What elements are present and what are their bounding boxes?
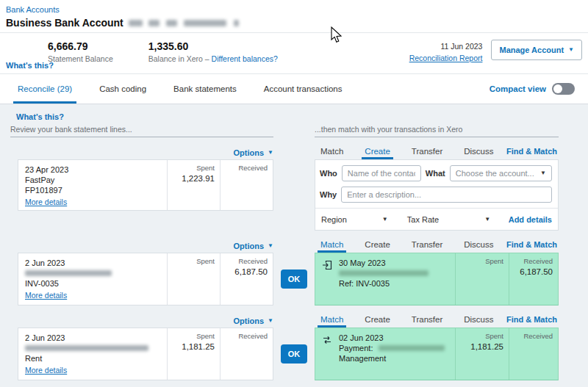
statement-balance: 6,666.79 Statement Balance (48, 40, 113, 63)
match-tab[interactable]: Match (320, 147, 344, 159)
statement-balance-label: Statement Balance (48, 54, 113, 63)
xero-balance-value: 1,335.60 (148, 40, 278, 52)
spent-value: 1,181.25 (173, 342, 215, 351)
spent-column: Spent 1,181.25 (455, 328, 509, 380)
xero-balance: 1,335.60 Balance in Xero – Different bal… (148, 40, 278, 63)
invoice-document-icon (321, 258, 333, 300)
statement-reference: Rent (25, 354, 161, 363)
options-dropdown[interactable]: Options▼ (234, 148, 273, 157)
compact-view-label: Compact view (490, 84, 546, 93)
why-label: Why (320, 190, 337, 199)
spent-column: Spent 1,181.25 (167, 328, 220, 380)
options-label: Options (234, 242, 265, 250)
match-date: 02 Jun 2023 (339, 333, 445, 342)
ok-reconcile-button[interactable]: OK (281, 344, 308, 364)
account-select-placeholder: Choose the account... (456, 169, 534, 178)
contact-name-input[interactable] (342, 165, 421, 181)
statement-balance-value: 6,666.79 (48, 40, 113, 52)
received-column: Received 6,187.50 (509, 253, 558, 305)
tab-account-transactions[interactable]: Account transactions (262, 74, 344, 104)
chevron-down-icon: ▼ (268, 150, 273, 156)
account-select[interactable]: Choose the account... ▼ (450, 165, 552, 181)
different-balances-link[interactable]: Different balances? (212, 54, 278, 63)
statement-payee: FastPay (25, 176, 161, 184)
find-and-match-link[interactable]: Find & Match (506, 315, 557, 324)
add-details-link[interactable]: Add details (509, 215, 552, 224)
received-value: 6,187.50 (226, 267, 268, 276)
spent-value: 1,181.25 (461, 342, 503, 351)
tab-cash-coding[interactable]: Cash coding (98, 74, 148, 104)
match-reference: Ref: INV-0035 (339, 279, 429, 288)
page-header: Bank Accounts Business Bank Account (0, 0, 588, 33)
match-tab[interactable]: Match (320, 315, 344, 328)
transfer-tab[interactable]: Transfer (411, 240, 443, 253)
more-details-link[interactable]: More details (25, 198, 67, 206)
spent-header: Spent (173, 332, 215, 340)
whats-this-link-panel[interactable]: What's this? (16, 112, 64, 121)
received-column: Received (509, 328, 558, 380)
received-header: Received (514, 332, 553, 340)
statement-payee-redacted (25, 269, 161, 278)
tab-reconcile[interactable]: Reconcile (29) (16, 74, 74, 104)
received-header: Received (514, 257, 553, 265)
reconciliation-report-link[interactable]: Reconciliation Report (409, 54, 483, 62)
find-and-match-link[interactable]: Find & Match (506, 240, 557, 249)
spent-header: Spent (173, 257, 215, 265)
chevron-down-icon: ▼ (268, 243, 273, 249)
xero-bank-reconcile-screen: Bank Accounts Business Bank Account 6,66… (0, 0, 588, 387)
spent-value: 1,223.91 (173, 174, 215, 183)
spent-column: Spent (455, 253, 509, 305)
chevron-down-icon: ▼ (268, 318, 273, 324)
transfer-tab[interactable]: Transfer (411, 147, 443, 159)
more-details-link[interactable]: More details (25, 366, 67, 375)
options-dropdown[interactable]: Options▼ (234, 242, 273, 250)
received-header: Received (226, 332, 268, 340)
matched-transaction-card[interactable]: 30 May 2023 Ref: INV-0035 Spent Received… (315, 253, 559, 305)
statement-line-card: 2 Jun 2023 Rent More details Spent 1,181… (18, 328, 273, 380)
compact-view-toggle[interactable] (552, 83, 575, 95)
match-date: 30 May 2023 (339, 258, 429, 267)
ok-reconcile-button[interactable]: OK (281, 270, 308, 289)
tax-rate-select[interactable]: Tax Rate ▼ (407, 215, 490, 224)
statement-date: 23 Apr 2023 (25, 165, 161, 174)
more-details-link[interactable]: More details (25, 291, 67, 300)
match-payee-redacted (339, 269, 429, 278)
description-input[interactable] (341, 187, 552, 203)
discuss-tab[interactable]: Discuss (463, 315, 494, 328)
breadcrumb-bank-accounts[interactable]: Bank Accounts (6, 5, 60, 14)
reconcile-row-fastpay: Options▼ Match Create Transfer Discuss F… (0, 147, 588, 231)
options-dropdown[interactable]: Options▼ (234, 317, 273, 325)
create-tab[interactable]: Create (364, 315, 391, 328)
received-value: 6,187.50 (514, 267, 553, 276)
received-column: Received (220, 328, 273, 380)
manage-account-label: Manage Account (499, 46, 564, 54)
create-tab[interactable]: Create (364, 240, 391, 253)
tab-bank-statements[interactable]: Bank statements (172, 74, 238, 104)
manage-account-button[interactable]: Manage Account ▼ (491, 40, 582, 60)
reconcile-row-rent: Options▼ Match Create Transfer Discuss F… (0, 315, 588, 380)
region-select[interactable]: Region ▼ (321, 215, 388, 224)
discuss-tab[interactable]: Discuss (463, 147, 494, 159)
statement-payee-redacted (25, 344, 161, 352)
statement-date: 2 Jun 2023 (25, 333, 161, 342)
xero-transactions-header: ...then match with your transactions in … (315, 125, 559, 137)
whats-this-link-header[interactable]: What's this? (6, 61, 54, 70)
find-and-match-link[interactable]: Find & Match (506, 147, 557, 156)
matched-transaction-card[interactable]: 02 Jun 2023 Payment: Management Spent 1,… (315, 328, 559, 380)
discuss-tab[interactable]: Discuss (463, 240, 494, 253)
region-label: Region (321, 215, 347, 224)
payment-prefix: Payment: (339, 344, 373, 352)
tax-rate-label: Tax Rate (407, 215, 439, 224)
chevron-down-icon: ▼ (540, 170, 546, 176)
create-tab[interactable]: Create (364, 147, 391, 159)
spent-header: Spent (461, 332, 503, 340)
transfer-tab[interactable]: Transfer (411, 315, 443, 328)
match-tab[interactable]: Match (320, 240, 344, 253)
toggle-knob (553, 84, 562, 93)
page-title: Business Bank Account (6, 17, 123, 29)
statement-lines-header: Review your bank statement lines... (10, 125, 273, 137)
create-transaction-form: Who What Choose the account... ▼ Why (315, 159, 559, 231)
chevron-down-icon: ▼ (484, 217, 490, 223)
statement-line-card: 23 Apr 2023 FastPay FP101897 More detail… (18, 159, 273, 211)
spent-column: Spent 1,223.91 (167, 160, 220, 210)
